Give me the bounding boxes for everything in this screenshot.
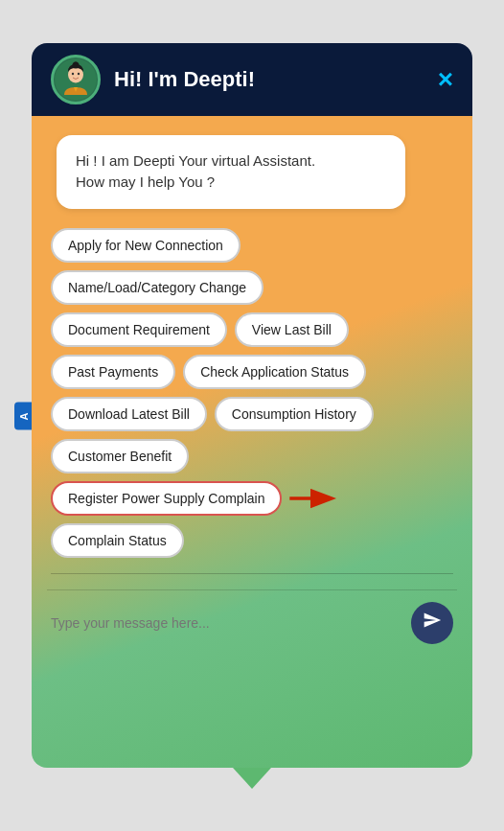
button-row-5: Download Latest Bill Consumption History [51, 397, 453, 431]
apply-new-connection-button[interactable]: Apply for New Connection [51, 228, 241, 263]
input-divider [51, 573, 453, 574]
greeting-line1: Hi ! I am Deepti Your virtual Assistant. [76, 150, 386, 173]
name-load-category-button[interactable]: Name/Load/Category Change [51, 270, 263, 305]
past-payments-button[interactable]: Past Payments [51, 355, 175, 389]
svg-point-5 [78, 72, 80, 75]
button-row-1: Apply for New Connection [51, 228, 453, 263]
chat-title: Hi! I'm Deepti! [114, 67, 255, 92]
header-left: Hi! I'm Deepti! [51, 55, 255, 104]
chat-header: Hi! I'm Deepti! × [32, 43, 472, 116]
avatar [51, 55, 101, 104]
avatar-image [55, 58, 97, 101]
greeting-bubble: Hi ! I am Deepti Your virtual Assistant.… [57, 135, 405, 209]
chat-input-area [47, 589, 457, 644]
svg-point-4 [72, 72, 74, 75]
complain-status-button[interactable]: Complain Status [51, 523, 184, 558]
download-latest-bill-button[interactable]: Download Latest Bill [51, 397, 207, 431]
button-row-2: Name/Load/Category Change [51, 270, 453, 305]
button-row-4: Past Payments Check Application Status [51, 355, 453, 389]
close-button[interactable]: × [438, 66, 453, 93]
chat-body: Hi ! I am Deepti Your virtual Assistant.… [32, 116, 472, 768]
message-input[interactable] [51, 615, 401, 631]
svg-point-3 [74, 61, 78, 65]
document-requirement-button[interactable]: Document Requirement [51, 312, 227, 347]
send-icon [423, 611, 442, 635]
button-row-8: Complain Status [51, 523, 453, 558]
customer-benefit-button[interactable]: Customer Benefit [51, 439, 189, 473]
consumption-history-button[interactable]: Consumption History [215, 397, 374, 431]
buttons-area: Apply for New Connection Name/Load/Categ… [47, 228, 457, 558]
arrow-icon [286, 484, 343, 513]
button-row-3: Document Requirement View Last Bill [51, 312, 453, 347]
button-row-7: Register Power Supply Complain [51, 481, 453, 516]
chat-widget: Hi! I'm Deepti! × Hi ! I am Deepti Your … [32, 43, 472, 789]
button-row-6: Customer Benefit [51, 439, 453, 473]
side-tab-label: A [18, 411, 30, 420]
side-tab: A [14, 402, 34, 429]
chat-tail [233, 768, 271, 789]
greeting-line2: How may I help You ? [76, 172, 386, 194]
send-button[interactable] [411, 602, 453, 644]
check-application-status-button[interactable]: Check Application Status [183, 355, 366, 389]
arrow-indicator [286, 484, 343, 513]
register-power-supply-button[interactable]: Register Power Supply Complain [51, 481, 282, 516]
view-last-bill-button[interactable]: View Last Bill [235, 312, 349, 347]
